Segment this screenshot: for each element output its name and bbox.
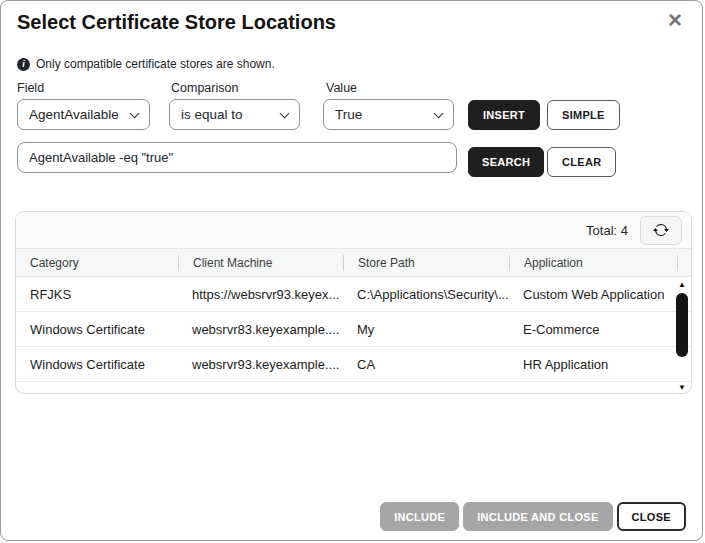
dialog-footer: INCLUDE INCLUDE AND CLOSE CLOSE [380, 502, 686, 531]
notice-text: Only compatible certificate stores are s… [36, 57, 275, 71]
comparison-select-value: is equal to [181, 107, 243, 122]
cell-client-machine: https://websrvr93.keyex... [178, 287, 343, 302]
chevron-down-icon [280, 109, 290, 119]
chevron-down-icon [130, 109, 140, 119]
table-toolbar: Total: 4 [16, 212, 691, 249]
chevron-down-icon [434, 109, 444, 119]
cell-application: HR Application [509, 357, 677, 372]
certificate-store-table: Total: 4 Category Client Machine Store P… [15, 211, 692, 394]
query-input[interactable] [17, 142, 457, 173]
cell-category: Windows Certificate [16, 357, 178, 372]
close-button[interactable]: CLOSE [617, 502, 686, 531]
column-header-client-machine[interactable]: Client Machine [178, 255, 343, 271]
clear-button[interactable]: CLEAR [547, 147, 616, 177]
value-label: Value [326, 81, 357, 95]
insert-button[interactable]: INSERT [468, 100, 540, 130]
table-row[interactable]: Windows Certificate websrvr83.keyexample… [16, 312, 691, 347]
close-icon[interactable]: × [662, 5, 688, 35]
total-count: Total: 4 [586, 223, 628, 238]
simple-button[interactable]: SIMPLE [547, 100, 620, 130]
cell-category: RFJKS [16, 287, 178, 302]
table-row[interactable]: Windows Certificate websrvr93.keyexample… [16, 347, 691, 382]
refresh-button[interactable] [640, 216, 682, 245]
column-header-category[interactable]: Category [16, 255, 178, 271]
field-select-value: AgentAvailable [29, 107, 119, 122]
include-and-close-button[interactable]: INCLUDE AND CLOSE [463, 502, 612, 531]
table-scrollbar[interactable]: ▲ ▼ [676, 281, 688, 392]
dialog-title: Select Certificate Store Locations [17, 11, 336, 34]
value-select-value: True [335, 107, 362, 122]
scrollbar-thumb[interactable] [676, 293, 688, 357]
field-label: Field [17, 81, 44, 95]
column-header-application[interactable]: Application [509, 255, 677, 271]
field-select[interactable]: AgentAvailable [17, 99, 150, 130]
cell-application: Custom Web Application [509, 287, 677, 302]
info-icon: i [17, 58, 30, 71]
cell-client-machine: websrvr83.keyexample.... [178, 322, 343, 337]
include-button[interactable]: INCLUDE [380, 502, 459, 531]
compatibility-notice: i Only compatible certificate stores are… [17, 57, 275, 71]
table-header-gutter [677, 255, 692, 271]
cell-store-path: CA [343, 357, 509, 372]
cell-category: Windows Certificate [16, 322, 178, 337]
scroll-up-icon[interactable]: ▲ [676, 281, 688, 289]
table-header-row: Category Client Machine Store Path Appli… [16, 249, 691, 277]
refresh-icon [653, 222, 669, 238]
comparison-label: Comparison [171, 81, 238, 95]
search-button[interactable]: SEARCH [468, 147, 544, 177]
cell-application: E-Commerce [509, 322, 677, 337]
select-certificate-store-dialog: Select Certificate Store Locations × i O… [0, 0, 703, 541]
column-header-store-path[interactable]: Store Path [343, 255, 509, 271]
table-row[interactable]: RFJKS https://websrvr93.keyex... C:\Appl… [16, 277, 691, 312]
comparison-select[interactable]: is equal to [169, 99, 300, 130]
value-select[interactable]: True [323, 99, 454, 130]
cell-client-machine: websrvr93.keyexample.... [178, 357, 343, 372]
cell-store-path: C:\Applications\Security\... [343, 287, 509, 302]
scroll-down-icon[interactable]: ▼ [676, 384, 688, 392]
cell-store-path: My [343, 322, 509, 337]
